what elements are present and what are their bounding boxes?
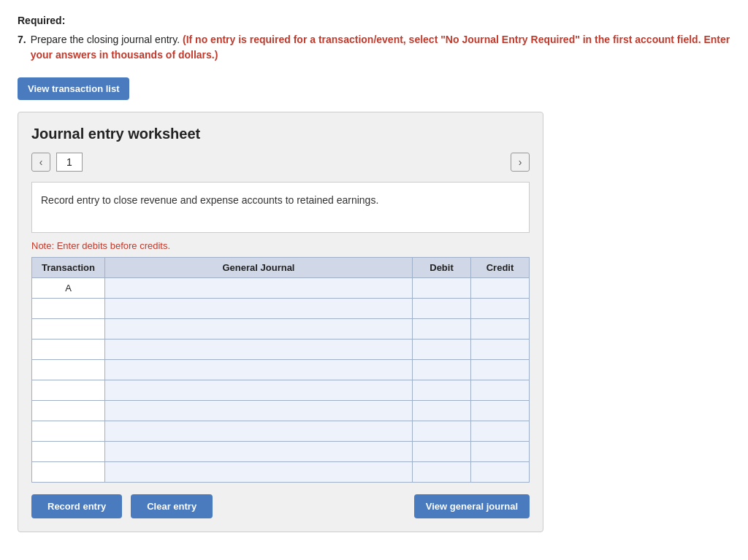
general-journal-input[interactable] (105, 421, 412, 441)
general-journal-input[interactable] (105, 380, 412, 400)
general-journal-cell[interactable] (105, 360, 413, 380)
debit-input[interactable] (413, 462, 470, 482)
debit-input[interactable] (413, 360, 470, 380)
table-row (32, 421, 530, 442)
bottom-buttons: Record entry Clear entry View general jo… (31, 494, 530, 518)
debit-cell[interactable] (413, 442, 471, 462)
credit-cell[interactable] (471, 278, 530, 299)
credit-input[interactable] (471, 319, 529, 339)
credit-cell[interactable] (471, 380, 530, 401)
question-text: Prepare the closing journal entry. (If n… (31, 32, 730, 63)
table-row (32, 462, 530, 483)
general-journal-input[interactable] (105, 319, 412, 339)
credit-input[interactable] (471, 360, 529, 380)
debit-input[interactable] (413, 278, 470, 298)
credit-input[interactable] (471, 278, 529, 298)
debit-cell[interactable] (413, 319, 471, 340)
credit-input[interactable] (471, 340, 529, 359)
credit-cell[interactable] (471, 319, 530, 340)
col-transaction: Transaction (32, 258, 105, 278)
general-journal-cell[interactable] (105, 421, 413, 442)
table-row (32, 299, 530, 319)
debit-input[interactable] (413, 340, 470, 359)
question-main: Prepare the closing journal entry. (31, 34, 180, 45)
debit-input[interactable] (413, 299, 470, 318)
general-journal-cell[interactable] (105, 278, 413, 299)
general-journal-cell[interactable] (105, 299, 413, 319)
general-journal-input[interactable] (105, 462, 412, 482)
general-journal-cell[interactable] (105, 442, 413, 462)
table-header-row: Transaction General Journal Debit Credit (32, 258, 530, 278)
transaction-cell: A (32, 278, 105, 299)
debit-cell[interactable] (413, 380, 471, 401)
transaction-cell (32, 319, 105, 340)
debit-input[interactable] (413, 421, 470, 441)
transaction-cell (32, 380, 105, 401)
question-block: 7. Prepare the closing journal entry. (I… (18, 32, 730, 63)
credit-cell[interactable] (471, 442, 530, 462)
worksheet-container: Journal entry worksheet ‹ 1 › Record ent… (18, 112, 543, 532)
debit-cell[interactable] (413, 401, 471, 421)
debit-cell[interactable] (413, 299, 471, 319)
debit-cell[interactable] (413, 462, 471, 483)
credit-input[interactable] (471, 421, 529, 441)
worksheet-title: Journal entry worksheet (31, 126, 530, 142)
general-journal-cell[interactable] (105, 462, 413, 483)
table-row (32, 380, 530, 401)
credit-input[interactable] (471, 401, 529, 421)
debit-cell[interactable] (413, 360, 471, 380)
table-row (32, 442, 530, 462)
table-row (32, 401, 530, 421)
transaction-cell (32, 421, 105, 442)
description-box: Record entry to close revenue and expens… (31, 182, 530, 233)
col-credit: Credit (471, 258, 530, 278)
transaction-cell (32, 442, 105, 462)
clear-entry-button[interactable]: Clear entry (131, 494, 213, 518)
general-journal-input[interactable] (105, 278, 412, 298)
transaction-cell (32, 401, 105, 421)
credit-cell[interactable] (471, 360, 530, 380)
table-row: A (32, 278, 530, 299)
table-row (32, 319, 530, 340)
general-journal-input[interactable] (105, 360, 412, 380)
credit-cell[interactable] (471, 340, 530, 360)
debit-cell[interactable] (413, 421, 471, 442)
table-row (32, 340, 530, 360)
col-general-journal: General Journal (105, 258, 413, 278)
transaction-cell (32, 360, 105, 380)
record-entry-button[interactable]: Record entry (31, 494, 122, 518)
credit-cell[interactable] (471, 299, 530, 319)
credit-cell[interactable] (471, 401, 530, 421)
debit-cell[interactable] (413, 278, 471, 299)
view-transaction-button[interactable]: View transaction list (18, 77, 129, 100)
debit-input[interactable] (413, 319, 470, 339)
page-number: 1 (56, 153, 83, 172)
general-journal-cell[interactable] (105, 340, 413, 360)
credit-cell[interactable] (471, 421, 530, 442)
credit-cell[interactable] (471, 462, 530, 483)
general-journal-input[interactable] (105, 299, 412, 318)
debit-input[interactable] (413, 401, 470, 421)
journal-table: Transaction General Journal Debit Credit… (31, 257, 530, 483)
debit-input[interactable] (413, 442, 470, 461)
prev-page-button[interactable]: ‹ (31, 153, 50, 172)
view-general-journal-button[interactable]: View general journal (414, 494, 530, 518)
general-journal-cell[interactable] (105, 319, 413, 340)
table-row (32, 360, 530, 380)
general-journal-input[interactable] (105, 340, 412, 359)
credit-input[interactable] (471, 299, 529, 318)
debit-input[interactable] (413, 380, 470, 400)
debit-cell[interactable] (413, 340, 471, 360)
general-journal-cell[interactable] (105, 401, 413, 421)
general-journal-input[interactable] (105, 401, 412, 421)
credit-input[interactable] (471, 462, 529, 482)
question-number: 7. (18, 32, 26, 63)
general-journal-input[interactable] (105, 442, 412, 461)
credit-input[interactable] (471, 380, 529, 400)
general-journal-cell[interactable] (105, 380, 413, 401)
next-page-button[interactable]: › (511, 153, 530, 172)
transaction-cell (32, 299, 105, 319)
col-debit: Debit (413, 258, 471, 278)
note-text: Note: Enter debits before credits. (31, 240, 530, 251)
credit-input[interactable] (471, 442, 529, 461)
